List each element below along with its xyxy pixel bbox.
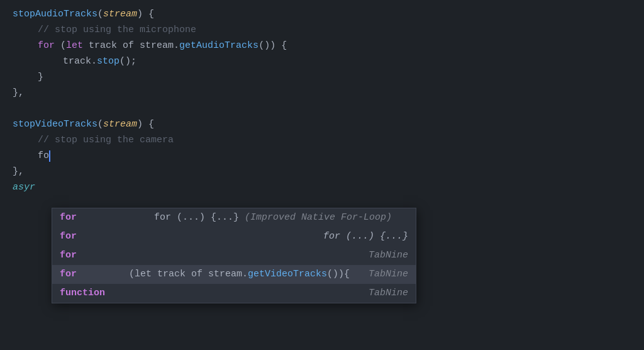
token: ();	[119, 54, 136, 69]
code-line-3: for (let track of stream.getAudioTracks(…	[0, 38, 644, 54]
token: stream	[103, 7, 137, 22]
code-line-10: fo	[0, 148, 644, 164]
ac-keyword: for	[60, 210, 116, 225]
token: // stop using the microphone	[38, 23, 196, 38]
code-line-bottom-1: },	[0, 164, 644, 179]
ac-keyword: for	[60, 248, 116, 263]
token: },	[13, 164, 24, 179]
ac-keyword: for	[60, 267, 116, 282]
ac-source: for (...) {...}	[311, 229, 408, 244]
code-line-1: stopAudioTracks(stream) {	[0, 6, 644, 22]
token: fo	[38, 149, 49, 164]
token: track	[83, 38, 123, 54]
code-line-2: // stop using the microphone	[0, 22, 644, 38]
autocomplete-item-2[interactable]: for for (...) {...}	[52, 227, 416, 246]
autocomplete-item-3[interactable]: for TabNine	[52, 246, 416, 265]
token: (	[97, 117, 103, 132]
token: // stop using the camera	[38, 133, 174, 148]
token: stop	[97, 54, 119, 69]
code-line-6: },	[0, 85, 644, 101]
token: for	[38, 38, 55, 54]
ac-snippet: (let track of stream.getVideoTracks())	[129, 267, 344, 282]
token: ) {	[137, 117, 154, 132]
autocomplete-dropdown[interactable]: for for (...) {...} (Improved Native For…	[52, 208, 416, 303]
code-line-9: // stop using the camera	[0, 132, 644, 148]
ac-source: TabNine	[356, 286, 408, 301]
code-editor: stopAudioTracks(stream) { // stop using …	[0, 0, 644, 350]
token: }	[38, 70, 43, 85]
code-line-8: stopVideoTracks(stream) {	[0, 116, 644, 132]
token: stopVideoTracks	[13, 117, 97, 132]
code-line-blank	[0, 101, 644, 116]
token: ()) {	[258, 38, 287, 54]
token: (	[55, 38, 66, 54]
token: stopAudioTracks	[13, 7, 97, 22]
token: ) {	[137, 7, 154, 22]
ac-source: TabNine	[356, 248, 408, 263]
token: let	[66, 38, 83, 54]
token: asyr	[13, 180, 35, 195]
code-line-5: }	[0, 69, 644, 85]
autocomplete-item-5[interactable]: function TabNine	[52, 284, 416, 303]
autocomplete-item-4[interactable]: for (let track of stream.getVideoTracks(…	[52, 265, 416, 284]
ac-keyword: function	[60, 286, 116, 301]
token: stream.	[134, 38, 179, 54]
token: },	[13, 86, 24, 101]
token: getAudioTracks	[179, 38, 258, 54]
text-cursor	[49, 150, 50, 162]
ac-snippet: for (...) {...} (Improved Native For-Loo…	[154, 210, 408, 225]
token: stream	[103, 117, 137, 132]
code-line-4: track.stop();	[0, 54, 644, 69]
token: track.	[63, 54, 97, 69]
autocomplete-item-1[interactable]: for for (...) {...} (Improved Native For…	[52, 208, 416, 227]
token: of	[123, 38, 134, 54]
ac-keyword: for	[60, 229, 116, 244]
token: (	[97, 7, 103, 22]
ac-source: TabNine	[356, 267, 408, 282]
code-line-bottom-2: asyr	[0, 179, 644, 195]
